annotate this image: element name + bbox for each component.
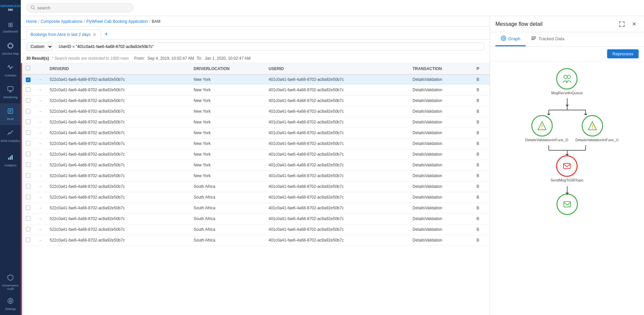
row-arrow-cell[interactable]: →	[34, 106, 46, 117]
layout-body: Home / Composite Applications / FlyWheel…	[21, 16, 644, 315]
table-row[interactable]: →522c0a41-fae6-4a68-8702-ac8a92e50b7cNew…	[22, 106, 490, 117]
th-checkbox[interactable]	[22, 63, 34, 74]
table-row[interactable]: →522c0a41-fae6-4a68-8702-ac8a92e50b7cNew…	[22, 170, 490, 181]
th-p[interactable]: P	[473, 63, 490, 74]
sidebar-item-label: Analytics	[4, 164, 16, 167]
row-p: B	[473, 170, 490, 181]
sidebar-item-monitoring[interactable]: Monitoring	[0, 82, 21, 103]
row-arrow-cell[interactable]: →	[34, 74, 46, 85]
table-row[interactable]: →522c0a41-fae6-4a68-8702-ac8a92e50b7cNew…	[22, 138, 490, 149]
breadcrumb-composite-apps[interactable]: Composite Applications	[41, 19, 83, 24]
sidebar-item-dashboard[interactable]: ⊞ Dashboard	[0, 16, 21, 38]
right-tab-bar: Graph Tracked Data	[490, 32, 644, 47]
row-arrow-cell[interactable]: →	[34, 127, 46, 138]
row-checkbox[interactable]	[26, 87, 31, 92]
table-container[interactable]: DRIVERID DRIVERLOCATION USERID TRANSACTI…	[21, 63, 490, 315]
row-arrow-cell[interactable]: →	[34, 235, 46, 246]
tab-tracked-data[interactable]: Tracked Data	[526, 32, 570, 46]
row-arrow-cell[interactable]: →	[34, 181, 46, 192]
table-row[interactable]: →522c0a41-fae6-4a68-8702-ac8a92e50b7cSou…	[22, 224, 490, 235]
row-location: New York	[190, 106, 265, 117]
th-driverid[interactable]: DRIVERID	[46, 63, 190, 74]
row-transaction: DetailsValidation	[409, 181, 473, 192]
th-userid[interactable]: USERID	[265, 63, 409, 74]
tab-add-button[interactable]: +	[102, 31, 110, 39]
row-p: B	[473, 160, 490, 170]
row-transaction: DetailsValidation	[409, 213, 473, 224]
row-transaction: DetailsValidation	[409, 85, 473, 95]
filter-value-input[interactable]	[56, 43, 484, 51]
row-arrow-cell[interactable]: →	[34, 203, 46, 213]
row-location: New York	[190, 95, 265, 106]
row-checkbox[interactable]: ✓	[26, 77, 31, 82]
row-arrow-cell[interactable]: →	[34, 85, 46, 95]
row-checkbox[interactable]	[26, 141, 31, 146]
sidebar-item-bam[interactable]: BAM	[0, 103, 21, 125]
table-row[interactable]: →522c0a41-fae6-4a68-8702-ac8a92e50b7cNew…	[22, 127, 490, 138]
close-icon[interactable]: ✕	[629, 19, 639, 29]
breadcrumb-home[interactable]: Home	[26, 19, 37, 24]
table-row[interactable]: →522c0a41-fae6-4a68-8702-ac8a92e50b7cSou…	[22, 203, 490, 213]
reprocess-button[interactable]: Reprocess	[607, 49, 639, 58]
row-p: B	[473, 138, 490, 149]
row-checkbox[interactable]	[26, 152, 31, 156]
row-checkbox[interactable]	[26, 238, 31, 242]
table-row[interactable]: →522c0a41-fae6-4a68-8702-ac8a92e50b7cSou…	[22, 235, 490, 246]
row-checkbox-cell: ✓	[22, 74, 34, 85]
sidebar-item-label: Settings	[5, 307, 16, 311]
row-checkbox[interactable]	[26, 98, 31, 103]
row-arrow-cell[interactable]: →	[34, 160, 46, 170]
row-arrow-cell[interactable]: →	[34, 213, 46, 224]
row-arrow-cell[interactable]: →	[34, 138, 46, 149]
tab-bookings-alice[interactable]: Bookings from Alice in last 2 days ✕	[26, 30, 101, 40]
table-row[interactable]: →522c0a41-fae6-4a68-8702-ac8a92e50b7cSou…	[22, 192, 490, 203]
row-userid: 401c0a41-fae6-4a68-8702-ac8a92e50b7c	[265, 85, 409, 95]
table-row[interactable]: →522c0a41-fae6-4a68-8702-ac8a92e50b7cSou…	[22, 213, 490, 224]
tab-close-icon[interactable]: ✕	[93, 32, 97, 37]
table-row[interactable]: →522c0a41-fae6-4a68-8702-ac8a92e50b7cSou…	[22, 181, 490, 192]
table-row[interactable]: →522c0a41-fae6-4a68-8702-ac8a92e50b7cNew…	[22, 149, 490, 160]
row-arrow-cell[interactable]: →	[34, 95, 46, 106]
sidebar-item-activities[interactable]: Activities	[0, 60, 21, 82]
table-row[interactable]: →522c0a41-fae6-4a68-8702-ac8a92e50b7cNew…	[22, 160, 490, 170]
row-checkbox[interactable]	[26, 205, 31, 210]
table-row[interactable]: →522c0a41-fae6-4a68-8702-ac8a92e50b7cNew…	[22, 85, 490, 95]
flow-circle-send-msg	[556, 155, 578, 177]
row-checkbox-cell	[22, 192, 34, 203]
row-location: New York	[190, 170, 265, 181]
row-arrow-cell[interactable]: →	[34, 149, 46, 160]
breadcrumb-app-name[interactable]: FlyWheel Cab Booking Application	[86, 19, 148, 24]
row-checkbox[interactable]	[26, 109, 31, 113]
header-checkbox[interactable]	[25, 66, 30, 70]
search-input[interactable]	[37, 5, 129, 10]
sidebar-item-settings[interactable]: Settings	[0, 293, 21, 315]
table-row[interactable]: ✓→522c0a41-fae6-4a68-8702-ac8a92e50b7cNe…	[22, 74, 490, 85]
row-checkbox[interactable]	[26, 216, 31, 221]
search-box[interactable]	[26, 3, 133, 12]
row-arrow-cell[interactable]: →	[34, 192, 46, 203]
row-checkbox[interactable]	[26, 195, 31, 199]
flow-node-send-msg: SendMsgToSBTopic	[550, 155, 583, 182]
table-row[interactable]: →522c0a41-fae6-4a68-8702-ac8a92e50b7cNew…	[22, 95, 490, 106]
row-arrow-cell[interactable]: →	[34, 117, 46, 127]
sidebar-item-service-map[interactable]: Service Map	[0, 38, 21, 60]
row-checkbox-cell	[22, 106, 34, 117]
row-checkbox[interactable]	[26, 227, 31, 231]
row-p: B	[473, 203, 490, 213]
table-row[interactable]: →522c0a41-fae6-4a68-8702-ac8a92e50b7cNew…	[22, 117, 490, 127]
tab-graph[interactable]: Graph	[495, 32, 526, 46]
sidebar-item-analytics[interactable]: Analytics	[0, 147, 21, 174]
row-arrow-cell[interactable]: →	[34, 224, 46, 235]
row-arrow-cell[interactable]: →	[34, 170, 46, 181]
row-checkbox[interactable]	[26, 119, 31, 124]
expand-icon[interactable]	[617, 19, 627, 29]
row-checkbox[interactable]	[26, 184, 31, 189]
sidebar-item-bam-analytics[interactable]: BAM Analytics	[0, 125, 21, 147]
sidebar-item-governance[interactable]: Governance Audit	[0, 271, 21, 293]
th-location[interactable]: DRIVERLOCATION	[190, 63, 265, 74]
row-checkbox[interactable]	[26, 162, 31, 167]
row-checkbox[interactable]	[26, 130, 31, 135]
row-checkbox[interactable]	[26, 173, 31, 178]
th-transaction[interactable]: TRANSACTION	[409, 63, 473, 74]
filter-type-select[interactable]: Custom	[26, 42, 53, 51]
